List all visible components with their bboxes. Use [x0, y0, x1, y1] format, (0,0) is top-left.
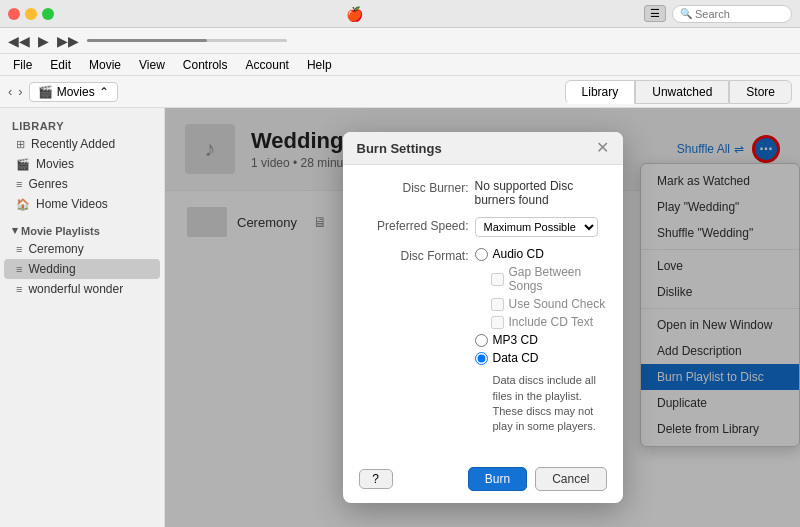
main-layout: Library ⊞ Recently Added 🎬 Movies ≡ Genr…: [0, 108, 800, 527]
audio-cd-label: Audio CD: [493, 247, 544, 261]
transport-bar: ◀◀ ▶ ▶▶: [0, 28, 800, 54]
menu-edit[interactable]: Edit: [42, 56, 79, 74]
title-bar-center: 🍎: [64, 6, 644, 22]
playlists-chevron-icon: ▾: [12, 224, 18, 237]
menu-bar: File Edit Movie View Controls Account He…: [0, 54, 800, 76]
dialog-title-bar: Burn Settings ✕: [343, 132, 623, 165]
progress-bar[interactable]: [87, 39, 287, 42]
gap-between-songs-option[interactable]: Gap Between Songs: [491, 265, 607, 293]
sidebar-item-label: Wedding: [28, 262, 75, 276]
sidebar-item-label: Ceremony: [28, 242, 83, 256]
burn-button[interactable]: Burn: [468, 467, 527, 491]
recently-added-icon: ⊞: [16, 138, 25, 151]
title-bar: 🍎 ☰ 🔍: [0, 0, 800, 28]
window-controls[interactable]: [8, 8, 54, 20]
content-area: ♪ Wedding 1 video • 28 minutes Shuffle A…: [165, 108, 800, 527]
ceremony-icon: ≡: [16, 243, 22, 255]
sidebar-item-movies[interactable]: 🎬 Movies: [4, 154, 160, 174]
title-bar-right: ☰ 🔍: [644, 5, 792, 23]
genres-icon: ≡: [16, 178, 22, 190]
preferred-speed-select[interactable]: Maximum Possible: [475, 217, 598, 237]
use-sound-check-label: Use Sound Check: [509, 297, 606, 311]
playlists-section-title[interactable]: ▾ Movie Playlists: [0, 218, 164, 239]
menu-view[interactable]: View: [131, 56, 173, 74]
movies-icon: 🎬: [16, 158, 30, 171]
sidebar-item-wonderful-wonder[interactable]: ≡ wonderful wonder: [4, 279, 160, 299]
search-box[interactable]: 🔍: [672, 5, 792, 23]
dialog-title: Burn Settings: [357, 141, 442, 156]
use-sound-check-checkbox[interactable]: [491, 298, 504, 311]
nav-location-label: Movies: [57, 85, 95, 99]
sidebar-item-ceremony[interactable]: ≡ Ceremony: [4, 239, 160, 259]
wedding-icon: ≡: [16, 263, 22, 275]
nav-tabs: Library Unwatched Store: [565, 80, 792, 104]
apple-logo-icon: 🍎: [346, 6, 363, 22]
playlists-section: ▾ Movie Playlists ≡ Ceremony ≡ Wedding ≡…: [0, 218, 164, 299]
data-cd-label: Data CD: [493, 351, 539, 365]
burn-settings-dialog: Burn Settings ✕ Disc Burner: No supporte…: [343, 132, 623, 503]
gap-between-songs-checkbox[interactable]: [491, 273, 504, 286]
help-button[interactable]: ?: [359, 469, 393, 489]
tab-store[interactable]: Store: [729, 80, 792, 104]
dialog-body: Disc Burner: No supported Disc burners f…: [343, 165, 623, 459]
nav-location: 🎬 Movies ⌃: [29, 82, 118, 102]
menu-movie[interactable]: Movie: [81, 56, 129, 74]
sidebar-item-label: Recently Added: [31, 137, 115, 151]
include-cd-text-checkbox[interactable]: [491, 316, 504, 329]
disc-burner-row: Disc Burner: No supported Disc burners f…: [359, 179, 607, 207]
sidebar-item-label: Home Videos: [36, 197, 108, 211]
back-button[interactable]: ◀◀: [8, 33, 30, 49]
sidebar-item-recently-added[interactable]: ⊞ Recently Added: [4, 134, 160, 154]
audio-cd-radio[interactable]: [475, 248, 488, 261]
dialog-footer: ? Burn Cancel: [343, 459, 623, 503]
disc-burner-value: No supported Disc burners found: [475, 179, 607, 207]
sidebar-item-genres[interactable]: ≡ Genres: [4, 174, 160, 194]
sidebar-item-wedding[interactable]: ≡ Wedding: [4, 259, 160, 279]
minimize-button[interactable]: [25, 8, 37, 20]
play-button[interactable]: ▶: [38, 33, 49, 49]
sidebar-item-home-videos[interactable]: 🏠 Home Videos: [4, 194, 160, 214]
menu-account[interactable]: Account: [238, 56, 297, 74]
playlists-title-label: Movie Playlists: [21, 225, 100, 237]
use-sound-check-option[interactable]: Use Sound Check: [491, 297, 607, 311]
menu-file[interactable]: File: [5, 56, 40, 74]
tab-library[interactable]: Library: [565, 80, 636, 104]
disc-format-options: Audio CD Gap Between Songs Use: [475, 247, 607, 435]
include-cd-text-option[interactable]: Include CD Text: [491, 315, 607, 329]
menu-toggle-button[interactable]: ☰: [644, 5, 666, 22]
wonderful-wonder-icon: ≡: [16, 283, 22, 295]
nav-location-chevron: ⌃: [99, 85, 109, 99]
progress-fill: [87, 39, 207, 42]
audio-cd-option[interactable]: Audio CD: [475, 247, 607, 261]
mp3-cd-label: MP3 CD: [493, 333, 538, 347]
gap-between-songs-label: Gap Between Songs: [509, 265, 607, 293]
include-cd-text-label: Include CD Text: [509, 315, 594, 329]
search-icon: 🔍: [680, 8, 692, 19]
tab-unwatched[interactable]: Unwatched: [635, 80, 729, 104]
data-cd-info: Data discs include all files in the play…: [475, 373, 607, 435]
data-cd-radio[interactable]: [475, 352, 488, 365]
library-section: Library ⊞ Recently Added 🎬 Movies ≡ Genr…: [0, 116, 164, 214]
preferred-speed-label: Preferred Speed:: [359, 217, 469, 233]
close-button[interactable]: [8, 8, 20, 20]
sidebar-item-label: wonderful wonder: [28, 282, 123, 296]
sidebar: Library ⊞ Recently Added 🎬 Movies ≡ Genr…: [0, 108, 165, 527]
forward-nav-button[interactable]: ›: [18, 84, 22, 99]
forward-button[interactable]: ▶▶: [57, 33, 79, 49]
mp3-cd-radio[interactable]: [475, 334, 488, 347]
dialog-close-button[interactable]: ✕: [596, 140, 609, 156]
disc-format-row: Disc Format: Audio CD Gap: [359, 247, 607, 435]
disc-burner-label: Disc Burner:: [359, 179, 469, 195]
dialog-action-buttons: Burn Cancel: [468, 467, 607, 491]
cancel-button[interactable]: Cancel: [535, 467, 606, 491]
data-cd-option[interactable]: Data CD: [475, 351, 607, 365]
library-section-title: Library: [0, 116, 164, 134]
nav-bar: ‹ › 🎬 Movies ⌃ Library Unwatched Store: [0, 76, 800, 108]
search-input[interactable]: [695, 8, 785, 20]
menu-controls[interactable]: Controls: [175, 56, 236, 74]
back-nav-button[interactable]: ‹: [8, 84, 12, 99]
maximize-button[interactable]: [42, 8, 54, 20]
home-videos-icon: 🏠: [16, 198, 30, 211]
menu-help[interactable]: Help: [299, 56, 340, 74]
mp3-cd-option[interactable]: MP3 CD: [475, 333, 607, 347]
